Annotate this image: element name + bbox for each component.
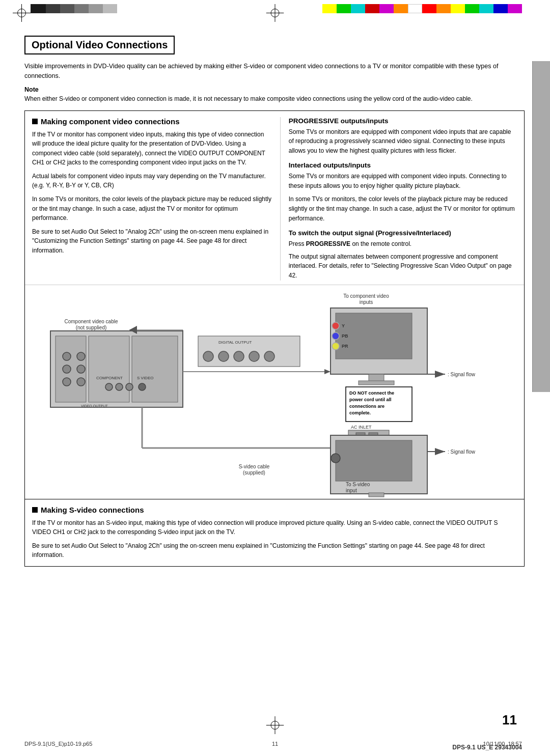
svg-point-21 — [139, 383, 146, 390]
svg-rect-65 — [336, 440, 412, 481]
svg-text:(not supplied): (not supplied) — [76, 325, 107, 330]
svg-point-10 — [63, 352, 71, 360]
svg-point-41 — [332, 332, 339, 340]
interlaced-title: Interlaced outputs/inputs — [289, 161, 517, 169]
svg-rect-66 — [369, 493, 384, 497]
component-body1: If the TV or monitor has component video… — [32, 130, 272, 167]
progressive-bold: PROGRESSIVE — [306, 240, 350, 247]
component-section-box: Making component video connections If th… — [24, 110, 525, 567]
switch-body1: Press PROGRESSIVE on the remote control. — [289, 239, 517, 249]
svg-text:To S-video: To S-video — [346, 482, 370, 487]
top-color-bars — [322, 4, 522, 13]
main-content: Optional Video Connections Visible impro… — [24, 36, 525, 567]
svg-text:connections are: connections are — [349, 404, 384, 409]
svg-point-26 — [218, 351, 229, 361]
interlaced-body: Some TVs or monitors are equipped with c… — [289, 172, 517, 190]
svg-point-42 — [332, 343, 339, 350]
svg-text:DIGITAL OUTPUT: DIGITAL OUTPUT — [218, 340, 252, 345]
svg-point-17 — [105, 383, 113, 390]
component-subsection-header: Making component video connections — [32, 117, 272, 126]
svg-marker-33 — [324, 369, 331, 374]
switch-title: To switch the output signal (Progressive… — [289, 229, 517, 237]
svg-point-25 — [203, 351, 213, 361]
progressive-body: Some TVs or monitors are equipped with c… — [289, 127, 517, 156]
svg-text:(supplied): (supplied) — [243, 470, 265, 475]
note-label: Note — [24, 86, 525, 93]
footer-center: 11 — [272, 741, 278, 747]
gray-sidebar — [532, 61, 550, 392]
svg-text:power cord until all: power cord until all — [349, 397, 392, 402]
intro-text: Visible improvements in DVD-Video qualit… — [24, 62, 525, 81]
svg-text:To component video: To component video — [343, 293, 389, 299]
note-text: When either S-video or component video c… — [24, 94, 525, 103]
svg-text:Y: Y — [342, 323, 345, 328]
component-title: Making component video connections — [41, 117, 180, 126]
svg-text:input: input — [346, 488, 357, 493]
diagram-area: COMPONENT S VIDEO VIDEO OUTPUT DIGITAL O… — [25, 285, 524, 499]
svg-point-14 — [77, 365, 85, 373]
svg-text:Component video cable: Component video cable — [64, 319, 118, 324]
diagram-svg: COMPONENT S VIDEO VIDEO OUTPUT DIGITAL O… — [25, 285, 524, 499]
svg-point-19 — [126, 383, 133, 390]
component-body2: Actual labels for component video inputs… — [32, 172, 272, 190]
s-video-body1: If the TV or monitor has an S-video inpu… — [32, 518, 517, 537]
right-column: PROGRESSIVE outputs/inputs Some TVs or m… — [280, 117, 517, 281]
section-title-box: Optional Video Connections — [24, 36, 175, 54]
svg-point-28 — [249, 351, 259, 361]
section-title: Optional Video Connections — [32, 39, 168, 50]
svg-point-18 — [116, 383, 123, 390]
svg-text:PR: PR — [342, 344, 348, 349]
reg-mark-bottom-center — [266, 716, 284, 736]
svg-text:AC INLET: AC INLET — [351, 425, 372, 430]
s-video-title: Making S-video connections — [41, 506, 144, 514]
svg-text:PB: PB — [342, 333, 348, 339]
svg-point-15 — [77, 378, 85, 386]
top-left-bars — [31, 4, 117, 13]
svg-point-29 — [264, 351, 274, 361]
black-square-icon-2 — [32, 507, 38, 513]
footer-left: DPS-9.1(US_E)p10-19.p65 — [24, 741, 92, 747]
s-video-header: Making S-video connections — [32, 506, 517, 514]
svg-rect-9 — [132, 336, 178, 402]
black-square-icon — [32, 119, 38, 124]
progressive-title: PROGRESSIVE outputs/inputs — [289, 117, 517, 125]
s-video-section: Making S-video connections If the TV or … — [25, 499, 524, 566]
svg-point-12 — [63, 378, 71, 386]
svg-text:DO NOT connect the: DO NOT connect the — [349, 390, 394, 396]
svg-text:: Signal flow: : Signal flow — [448, 372, 476, 377]
text-columns: Making component video connections If th… — [25, 111, 524, 285]
svg-text:inputs: inputs — [360, 299, 373, 305]
svg-rect-8 — [89, 336, 129, 402]
svg-point-11 — [63, 365, 71, 373]
footer-right: DPS-9.1 US_E 29343004 — [452, 744, 522, 751]
svg-point-40 — [332, 322, 339, 329]
svg-text:COMPONENT: COMPONENT — [96, 376, 123, 380]
s-video-body2: Be sure to set Audio Out Select to "Anal… — [32, 541, 517, 560]
component-body3: In some TVs or monitors, the color level… — [32, 194, 272, 223]
svg-point-13 — [77, 352, 85, 360]
svg-rect-39 — [359, 381, 394, 385]
page-number-large: 11 — [502, 712, 517, 728]
svg-point-27 — [234, 351, 244, 361]
component-body4: Be sure to set Audio Out Select to "Anal… — [32, 227, 272, 256]
svg-text:complete.: complete. — [349, 410, 371, 415]
reg-mark-top-center — [266, 4, 284, 23]
reg-mark-top-left — [13, 4, 31, 23]
svg-text:S-video cable: S-video cable — [239, 464, 270, 469]
interlaced-body2: In some TVs or monitors, the color level… — [289, 194, 517, 223]
svg-text:S VIDEO: S VIDEO — [137, 376, 153, 380]
svg-text:: Signal flow: : Signal flow — [448, 449, 476, 455]
svg-text:VIDEO OUTPUT: VIDEO OUTPUT — [81, 404, 108, 408]
switch-body2: The output signal alternates between com… — [289, 252, 517, 281]
left-column: Making component video connections If th… — [32, 117, 280, 281]
svg-point-67 — [331, 454, 340, 463]
